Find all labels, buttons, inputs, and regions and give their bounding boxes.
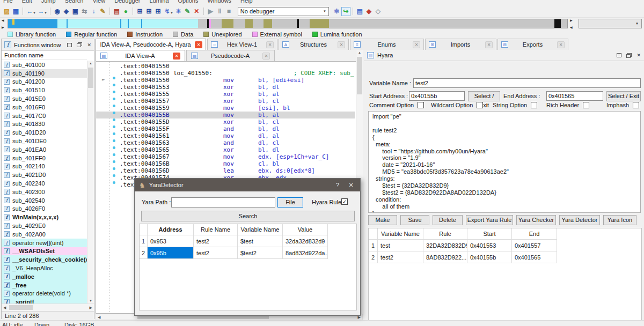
colors-icon[interactable]: ✎ xyxy=(98,7,107,16)
function-list-item[interactable]: foperator delete(void *) xyxy=(2,290,87,298)
chevron-down-icon[interactable]: ▼ xyxy=(33,11,36,14)
scrollbar-thumb[interactable] xyxy=(357,57,362,94)
navband-combo[interactable]: ▼ xyxy=(579,19,642,28)
function-list-item[interactable]: fsub_402540 xyxy=(2,196,87,205)
scroll-down-icon[interactable]: ▼ xyxy=(87,299,94,302)
close-tab-icon[interactable]: ✕ xyxy=(266,41,274,48)
option-checkbox[interactable] xyxy=(418,102,424,108)
file-button[interactable]: File xyxy=(277,197,303,208)
menu-lumina[interactable]: Lumina xyxy=(149,0,169,4)
function-list-item[interactable]: fsub_401510 xyxy=(2,86,87,94)
scroll-left-icon[interactable]: ◀ xyxy=(98,315,100,320)
menu-view[interactable]: View xyxy=(92,0,105,4)
table-cell[interactable]: $test2 xyxy=(238,247,283,259)
notebook-icon[interactable]: ▤ xyxy=(355,7,364,16)
disassembly-line[interactable]: .text:00401553xorbl, dl xyxy=(96,84,355,91)
function-list-item[interactable]: fsub_401D20 xyxy=(2,128,87,137)
menu-options[interactable]: Options xyxy=(178,0,199,4)
search-value-icon[interactable]: ▣ xyxy=(71,7,80,16)
table-row[interactable]: 1test32DA32D832D90x4015530x401557 xyxy=(369,240,641,251)
function-list-item[interactable]: fsub_402240 xyxy=(2,179,87,188)
tab-structures[interactable]: AStructures✕ xyxy=(279,39,349,50)
navband-left-arrows[interactable]: ◀▶ xyxy=(2,18,6,29)
function-list-item[interactable]: fsub_401EA0 xyxy=(2,145,87,154)
float-icon[interactable] xyxy=(626,53,632,58)
yara-detector-button[interactable]: Yara Detector xyxy=(559,215,600,225)
continue-process-icon[interactable]: ↪ xyxy=(341,7,350,16)
end-select-exit-button[interactable]: Select / Exit xyxy=(606,91,641,101)
disassembly-line[interactable]: .text:00401565xorbl, dl xyxy=(96,146,355,153)
table-cell[interactable]: test2 xyxy=(194,235,238,247)
table-cell[interactable]: 0x401553 xyxy=(467,240,512,251)
variable-name-input[interactable] xyxy=(413,78,641,88)
close-tab-icon[interactable]: ✕ xyxy=(557,41,565,48)
delete-function-icon[interactable]: ✕ xyxy=(192,7,201,16)
table-cell[interactable]: test2 xyxy=(194,247,238,259)
function-list-item[interactable]: fsub_402140 xyxy=(2,162,87,171)
function-list-item[interactable]: fsub_402A00 xyxy=(2,230,87,239)
menu-jump[interactable]: Jump xyxy=(41,0,56,4)
function-list-item[interactable]: fsub_401830 xyxy=(2,120,87,129)
functions-horizontal-scrollbar[interactable]: ◀ ▶ xyxy=(2,303,94,311)
open-file-icon[interactable]: ▨ xyxy=(2,7,11,16)
table-cell[interactable]: 0x401557 xyxy=(512,240,557,251)
table-cell[interactable]: test xyxy=(378,240,423,251)
function-list-item[interactable]: fsub_4017C0 xyxy=(2,112,87,120)
close-tab-icon[interactable]: ✕ xyxy=(413,41,420,48)
breakpoint-remove-icon[interactable]: ◇ xyxy=(374,7,383,16)
column-header[interactable]: Start xyxy=(467,228,512,240)
table-cell[interactable]: 0x401565 xyxy=(512,251,557,263)
table-cell[interactable]: 0x95b xyxy=(148,247,194,259)
function-list-item[interactable]: f_malloc xyxy=(2,272,87,281)
close-tab-icon[interactable]: ✕ xyxy=(262,53,270,60)
debug-pause-icon[interactable]: ‖ xyxy=(215,7,224,16)
maximize-icon[interactable] xyxy=(617,53,621,57)
disassembly-line[interactable]: .text:0040155Fandbl, dl xyxy=(96,125,355,132)
close-icon[interactable]: ✕ xyxy=(636,53,641,57)
disassembly-line[interactable]: .text:0040156Bmovcl, bl xyxy=(96,160,355,167)
table-row[interactable]: 2test28AD832D922...0x40155b0x401565 xyxy=(369,251,641,263)
column-header[interactable]: Variable Name xyxy=(378,228,423,240)
navigation-band[interactable] xyxy=(8,19,568,28)
disassembly-line[interactable]: .text:00401550 xyxy=(96,63,355,70)
option-checkbox[interactable] xyxy=(583,102,589,108)
menu-edit[interactable]: Edit xyxy=(22,0,32,4)
breakpoint-add-icon[interactable]: ◆ xyxy=(364,7,374,16)
close-tab-icon[interactable]: ✕ xyxy=(195,41,202,48)
disassembly-line[interactable]: .text:0040155Bmovbl, al xyxy=(96,112,355,118)
debug-stop-icon[interactable]: ■ xyxy=(224,7,233,16)
search-text-icon[interactable]: ◈ xyxy=(62,7,71,16)
menu-debugger[interactable]: Debugger xyxy=(114,0,140,4)
option-checkbox[interactable] xyxy=(477,102,483,108)
tab-pseudocode-a[interactable]: ▤Pseudocode-A✕ xyxy=(186,50,275,61)
scroll-left-icon[interactable]: ◀ xyxy=(3,306,6,310)
table-cell[interactable]: 8ad832d922da… xyxy=(283,247,328,259)
function-list-item[interactable]: f_V6_HeapAlloc xyxy=(2,264,87,272)
menu-windows[interactable]: Windows xyxy=(207,0,231,4)
function-list-item[interactable]: f__WSAFDIsSet xyxy=(2,247,87,256)
snowflake-icon[interactable]: ✳ xyxy=(174,7,183,16)
hyara-rule-checkbox[interactable]: ✓ xyxy=(341,198,348,205)
disassembly-line[interactable]: .text:00401550loc_401550:; CODE XREF: su… xyxy=(96,70,355,77)
search-button[interactable]: Search xyxy=(141,211,355,221)
tab-imports[interactable]: ⊞Imports✕ xyxy=(425,39,496,50)
scrollbar-thumb[interactable] xyxy=(88,68,93,88)
disassembly-line[interactable]: .text:00401567movedx, [esp+1Ch+var_C] xyxy=(96,153,355,160)
function-list-item[interactable]: fWinMain(x,x,x,x) xyxy=(2,213,87,221)
disassembly-line[interactable]: .text:00401555xorbl, al xyxy=(96,91,355,98)
sync-views-icon[interactable]: ⇆ xyxy=(80,7,89,16)
close-tab-icon[interactable]: ✕ xyxy=(485,41,493,48)
detector-results-table[interactable]: AddressRule NameVariable NameValue10x953… xyxy=(139,224,357,310)
search-binoculars-icon[interactable]: ◉ xyxy=(53,7,62,16)
chevron-down-icon[interactable]: ▼ xyxy=(170,11,173,14)
menu-search[interactable]: Search xyxy=(65,0,84,4)
function-list-item[interactable]: f__security_check_cookie(x) xyxy=(2,255,87,264)
table-cell[interactable]: 32da32d832d9 xyxy=(283,235,328,247)
navband-right-arrows[interactable]: ▶◀ xyxy=(570,18,575,29)
function-list-item[interactable]: fsub_401FF0 xyxy=(2,154,87,162)
table-cell[interactable]: test2 xyxy=(378,251,423,263)
disassembly-line[interactable]: .text:00401559mov[esi], bl xyxy=(96,105,355,112)
start-address-input[interactable] xyxy=(409,91,465,101)
close-icon[interactable]: ✕ xyxy=(346,182,356,189)
function-list-item[interactable]: fsub_4016F0 xyxy=(2,103,87,112)
